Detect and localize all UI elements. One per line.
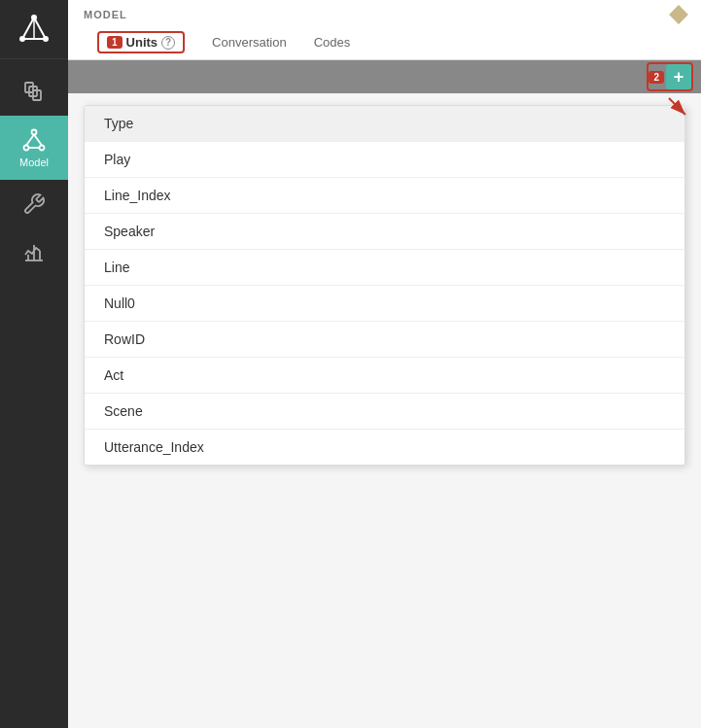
sidebar-item-files[interactable] bbox=[0, 67, 68, 116]
model-section-label: MODEL bbox=[84, 9, 127, 20]
model-header: MODEL bbox=[68, 0, 701, 21]
dropdown-item[interactable]: Line bbox=[85, 250, 684, 286]
dropdown-item[interactable]: Act bbox=[85, 358, 684, 394]
tab-codes-label: Codes bbox=[314, 35, 351, 50]
sidebar-item-tools[interactable] bbox=[0, 180, 68, 228]
badge-1: 1 bbox=[107, 36, 123, 49]
dropdown-list: TypePlayLine_IndexSpeakerLineNull0RowIDA… bbox=[84, 105, 685, 466]
tab-units[interactable]: 1 Units ? bbox=[84, 25, 198, 59]
top-panel: MODEL 1 Units ? Conversation Codes bbox=[68, 0, 701, 60]
tab-codes[interactable]: Codes bbox=[300, 29, 365, 55]
logo-icon bbox=[15, 12, 53, 47]
svg-point-12 bbox=[40, 146, 45, 151]
main-content: MODEL 1 Units ? Conversation Codes bbox=[68, 0, 701, 728]
add-unit-button[interactable]: + bbox=[666, 64, 691, 89]
sidebar-logo bbox=[0, 0, 68, 59]
sidebar: Model bbox=[0, 0, 68, 728]
svg-line-14 bbox=[34, 135, 42, 146]
arrow-annotation bbox=[664, 93, 693, 126]
svg-line-21 bbox=[669, 98, 685, 115]
tab-units-wrapper: 1 Units ? bbox=[97, 31, 185, 53]
sidebar-item-analytics[interactable] bbox=[0, 228, 68, 277]
toolbar-row: 2 + bbox=[68, 60, 701, 93]
dropdown-item[interactable]: Line_Index bbox=[85, 178, 684, 214]
tabs-row: 1 Units ? Conversation Codes bbox=[68, 21, 701, 59]
dropdown-item[interactable]: Null0 bbox=[85, 286, 684, 322]
dropdown-item[interactable]: Type bbox=[85, 106, 684, 142]
dropdown-item[interactable]: Scene bbox=[85, 394, 684, 430]
sidebar-nav: Model bbox=[0, 67, 68, 277]
tab-conversation[interactable]: Conversation bbox=[198, 29, 300, 55]
dropdown-item[interactable]: Utterance_Index bbox=[85, 430, 684, 465]
files-icon bbox=[21, 79, 47, 104]
tab-conversation-label: Conversation bbox=[212, 35, 287, 50]
model-icon bbox=[21, 127, 47, 153]
sidebar-item-model-label: Model bbox=[19, 156, 49, 168]
dropdown-item[interactable]: Speaker bbox=[85, 214, 684, 250]
add-button-wrapper: 2 + bbox=[647, 62, 693, 91]
svg-line-13 bbox=[26, 135, 34, 146]
dropdown-item[interactable]: Play bbox=[85, 142, 684, 178]
dropdown-item[interactable]: RowID bbox=[85, 322, 684, 358]
sidebar-item-model[interactable]: Model bbox=[0, 116, 68, 180]
tab-units-label: Units bbox=[126, 35, 158, 50]
svg-point-11 bbox=[24, 146, 29, 151]
svg-line-4 bbox=[34, 17, 46, 39]
svg-line-3 bbox=[22, 17, 34, 39]
help-icon[interactable]: ? bbox=[161, 36, 175, 50]
analytics-icon bbox=[21, 240, 47, 265]
app-container: Model bbox=[0, 0, 701, 728]
svg-point-10 bbox=[32, 130, 37, 135]
tools-icon bbox=[21, 191, 47, 217]
badge-2: 2 bbox=[648, 71, 664, 84]
